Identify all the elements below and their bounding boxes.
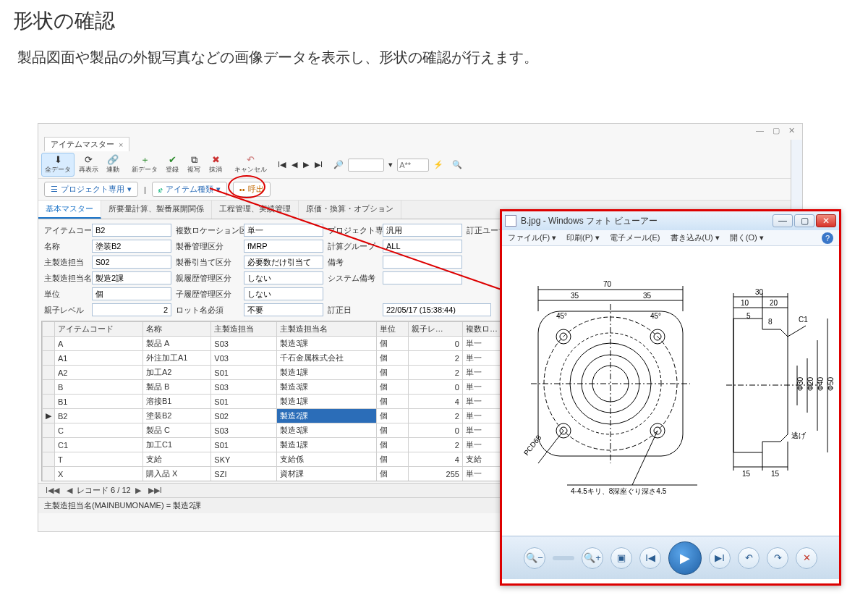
field-main-tanto-name[interactable] xyxy=(92,271,171,284)
document-tab[interactable]: アイテムマスター × xyxy=(44,137,129,151)
chevron-down-icon: ▾ xyxy=(216,185,221,194)
zoom-in-button[interactable]: 🔍+ xyxy=(582,547,603,569)
viewer-menu-item[interactable]: 開く(O) ▾ xyxy=(730,232,764,243)
technical-drawing: 70 35 35 45° 45° PCD65 4-4.5キリ、8深座ぐり深さ4.… xyxy=(502,246,839,536)
lbl-oyako: 親子レベル xyxy=(44,305,88,316)
field-calc-group[interactable] xyxy=(383,240,462,253)
rotate-cw-button[interactable]: ↷ xyxy=(767,547,788,569)
all-data-button[interactable]: ⬇全データ xyxy=(41,153,75,177)
bolt-icon[interactable]: ⚡ xyxy=(430,160,446,169)
column-header[interactable]: 単位 xyxy=(376,322,408,337)
column-header[interactable]: 名称 xyxy=(143,322,211,337)
window-close-icon[interactable]: ✕ xyxy=(784,126,799,135)
cancel-button[interactable]: ↶キャンセル xyxy=(231,153,270,176)
field-unit[interactable] xyxy=(92,287,171,300)
viewer-menu-item[interactable]: ファイル(F) ▾ xyxy=(508,232,556,243)
field-seiban-kubun[interactable] xyxy=(244,240,323,253)
field-ko-rireki[interactable] xyxy=(244,287,323,300)
subtab[interactable]: 所要量計算、製番展開関係 xyxy=(101,201,212,219)
column-header[interactable]: 主製造担当名 xyxy=(277,322,377,337)
field-name[interactable] xyxy=(92,240,171,253)
field-teisei[interactable] xyxy=(383,303,491,316)
magnifier-icon[interactable]: 🔍 xyxy=(448,160,467,169)
svg-text:15: 15 xyxy=(771,470,780,478)
list-icon: ☰ xyxy=(51,185,58,194)
field-oyako[interactable] xyxy=(92,303,171,316)
callout-button[interactable]: •• 呼出 xyxy=(233,182,271,197)
undo-icon: ↶ xyxy=(247,155,255,165)
project-filter-button[interactable]: ☰ プロジェクト専用 ▾ xyxy=(44,182,138,197)
subtab[interactable]: 原価・換算・オプション xyxy=(299,201,401,219)
window-min-button[interactable]: — xyxy=(773,214,793,227)
window-min-icon[interactable]: — xyxy=(752,126,768,135)
link-icon: 🔗 xyxy=(107,155,119,165)
lbl-teisei: 訂正日 xyxy=(328,305,378,316)
item-kind-button[interactable]: ⸙ アイテム種類 ▾ xyxy=(152,182,227,197)
record-position: レコード 6 / 12 xyxy=(77,485,131,496)
svg-text:15: 15 xyxy=(742,470,751,478)
viewer-canvas: 70 35 35 45° 45° PCD65 4-4.5キリ、8深座ぐり深さ4.… xyxy=(502,246,839,536)
lbl-lot: ロット名必須 xyxy=(176,305,239,316)
chevron-down-icon[interactable]: ▾ xyxy=(386,160,396,169)
column-header[interactable]: 主製造担当 xyxy=(211,322,277,337)
help-icon[interactable]: ? xyxy=(822,232,833,244)
nav-prev-icon[interactable]: ◀ xyxy=(64,486,75,495)
window-max-button[interactable]: ▢ xyxy=(794,214,814,227)
subtab[interactable]: 基本マスター xyxy=(38,201,101,219)
svg-text:Φ50: Φ50 xyxy=(827,376,835,391)
prev-image-button[interactable]: I◀ xyxy=(639,547,661,569)
field-multi-loc[interactable] xyxy=(244,224,323,237)
field-item-code[interactable] xyxy=(92,224,171,237)
page-subtitle: 製品図面や製品の外観写真などの画像データを表示し、形状の確認が行えます。 xyxy=(17,48,868,67)
nav-last-icon[interactable]: ▶I xyxy=(312,160,325,169)
close-icon[interactable]: × xyxy=(119,140,123,149)
field-proj[interactable] xyxy=(383,224,462,237)
viewer-menu-item[interactable]: 電子メール(E) xyxy=(610,232,660,243)
field-oya-rireki[interactable] xyxy=(244,271,323,284)
nav-last-icon[interactable]: ▶▶I xyxy=(145,486,165,495)
image-file-icon xyxy=(505,215,516,227)
delete-image-button[interactable]: ✕ xyxy=(796,547,817,569)
lbl-seiban-hikiate: 製番引当て区分 xyxy=(176,257,239,268)
subtab[interactable]: 工程管理、実績管理 xyxy=(212,201,299,219)
field-sys-biko[interactable] xyxy=(383,271,462,284)
column-header[interactable]: 親子レ… xyxy=(408,322,462,337)
svg-text:5: 5 xyxy=(746,312,751,320)
binoculars-icon[interactable]: 🔎 xyxy=(331,160,346,169)
delete-button[interactable]: ✖抹消 xyxy=(205,153,226,176)
copy-button[interactable]: ⧉複写 xyxy=(184,153,204,176)
lbl-sys-biko: システム備考 xyxy=(328,273,378,284)
lbl-name: 名称 xyxy=(44,241,88,252)
register-button[interactable]: ✔登録 xyxy=(162,153,182,176)
field-main-tanto[interactable] xyxy=(92,256,171,269)
window-titlebar: — ▢ ✕ xyxy=(38,124,802,137)
new-button[interactable]: ＋新データ xyxy=(129,153,161,176)
field-seiban-hikiate[interactable] xyxy=(244,256,323,269)
viewer-menu-item[interactable]: 書き込み(U) ▾ xyxy=(671,232,720,243)
fit-button[interactable]: ▣ xyxy=(610,547,632,569)
search-input[interactable] xyxy=(397,159,429,172)
nav-first-icon[interactable]: I◀ xyxy=(276,160,288,169)
nav-next-icon[interactable]: ▶ xyxy=(301,160,311,169)
viewer-menu-item[interactable]: 印刷(P) ▾ xyxy=(566,232,600,243)
field-lot[interactable] xyxy=(244,303,323,316)
window-close-button[interactable]: ✕ xyxy=(816,214,836,227)
svg-text:Φ40: Φ40 xyxy=(817,376,825,391)
nav-prev-icon[interactable]: ◀ xyxy=(289,160,299,169)
column-header[interactable]: アイテムコード xyxy=(55,322,143,337)
nav-field[interactable] xyxy=(348,159,384,172)
lbl-main-tanto: 主製造担当 xyxy=(44,257,88,268)
link-button[interactable]: 🔗連動 xyxy=(103,153,123,176)
svg-text:8: 8 xyxy=(768,318,773,326)
svg-text:逃げ: 逃げ xyxy=(791,431,807,439)
redisplay-button[interactable]: ⟳再表示 xyxy=(76,153,101,176)
nav-first-icon[interactable]: I◀◀ xyxy=(43,486,62,495)
rotate-ccw-button[interactable]: ↶ xyxy=(738,547,760,569)
slideshow-button[interactable]: ▶ xyxy=(668,541,702,575)
zoom-slider[interactable] xyxy=(553,556,574,560)
window-max-icon[interactable]: ▢ xyxy=(768,126,784,135)
field-biko[interactable] xyxy=(383,256,462,269)
zoom-out-button[interactable]: 🔍− xyxy=(524,547,545,569)
nav-next-icon[interactable]: ▶ xyxy=(132,486,144,495)
next-image-button[interactable]: ▶I xyxy=(709,547,731,569)
